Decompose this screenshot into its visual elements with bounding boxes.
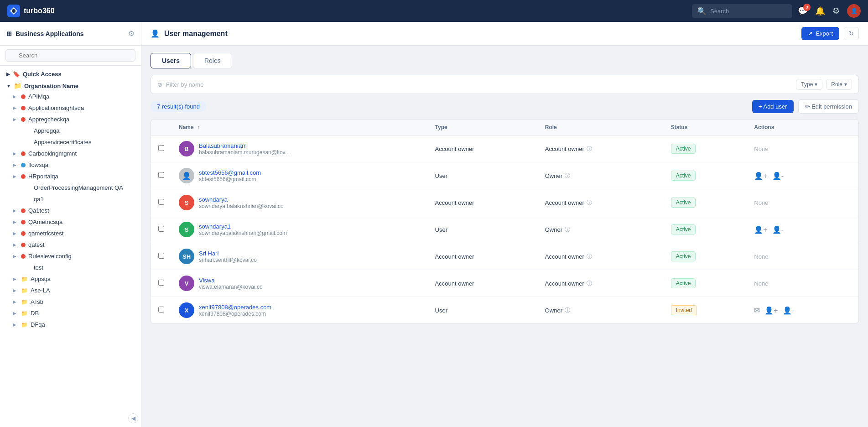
sidebar-item[interactable]: OrderProcessingManagement QA <box>0 182 141 193</box>
settings-icon[interactable]: ⚙ <box>128 29 135 38</box>
add-user-action-icon[interactable]: 👤+ <box>764 306 778 315</box>
sidebar-item[interactable]: ▶qametricstest <box>0 228 141 239</box>
table-row: VViswaviswa.elamaran@kovai.coAccount own… <box>151 270 858 297</box>
row-checkbox[interactable] <box>158 172 164 178</box>
row-checkbox[interactable] <box>158 307 164 312</box>
sidebar-item[interactable]: ▶📁Ase-LA <box>0 285 141 296</box>
row-checkbox[interactable] <box>158 199 164 205</box>
sidebar-item[interactable]: ▶📁DFqa <box>0 319 141 330</box>
remove-user-action-icon[interactable]: 👤- <box>783 306 794 315</box>
sidebar-item[interactable]: ▶📁DB <box>0 307 141 319</box>
page-title-area: 👤 User management <box>151 29 228 38</box>
sidebar-item[interactable]: ▶qatest <box>0 239 141 250</box>
sidebar-item[interactable]: ▶📁ATsb <box>0 296 141 307</box>
role-info-icon[interactable]: ⓘ <box>565 307 570 314</box>
sidebar-item[interactable]: Appregqa <box>0 125 141 136</box>
sidebar-title: ⊞ Business Applications <box>6 30 84 37</box>
sidebar-item[interactable]: ▶flowsqa <box>0 159 141 171</box>
user-status: Active <box>664 162 747 189</box>
sidebar-item[interactable]: ▶APIMqa <box>0 91 141 102</box>
row-checkbox[interactable] <box>158 253 164 259</box>
sidebar-item[interactable]: ▶Qa1test <box>0 205 141 216</box>
user-display-name[interactable]: Balasubramaniam <box>199 142 290 149</box>
user-actions: None <box>747 135 858 162</box>
type-filter-button[interactable]: Type ▾ <box>796 79 822 90</box>
tab-users[interactable]: Users <box>151 53 191 68</box>
user-display-name[interactable]: sbtest5656@gmail.com <box>199 169 261 176</box>
sidebar-item[interactable]: ▶Appregcheckqa <box>0 114 141 125</box>
user-avatar: V <box>179 276 194 291</box>
user-display-name[interactable]: sowndarya1 <box>199 223 287 230</box>
role-info-icon[interactable]: ⓘ <box>587 199 592 207</box>
sidebar-item[interactable]: ▶Carbookingmgmnt <box>0 148 141 159</box>
sidebar-item[interactable]: ▶Applicationinsightsqa <box>0 102 141 114</box>
role-info-icon[interactable]: ⓘ <box>565 226 570 234</box>
bookmark-icon: 🔖 <box>13 71 20 78</box>
row-checkbox[interactable] <box>158 226 164 232</box>
user-avatar: S <box>179 222 194 237</box>
user-actions: None <box>747 189 858 216</box>
sidebar-item[interactable]: ▶QAmetricsqa <box>0 216 141 228</box>
user-type: User <box>428 162 538 189</box>
user-type: Account owner <box>428 189 538 216</box>
user-status: Active <box>664 189 747 216</box>
org-section[interactable]: ▼ 📁 Organisation Name <box>0 79 141 91</box>
sidebar-item[interactable]: ▶Ruleslevelconfig <box>0 250 141 262</box>
role-filter-button[interactable]: Role ▾ <box>826 79 852 90</box>
app-name: turbo360 <box>24 7 55 15</box>
user-actions: 👤+👤- <box>747 162 858 189</box>
edit-permission-button[interactable]: ✏ Edit permission <box>798 99 859 114</box>
settings-button[interactable]: ⚙ <box>832 6 840 16</box>
user-name-cell: BBalasubramaniambalasubramaniam.murugesa… <box>172 135 428 162</box>
role-info-icon[interactable]: ⓘ <box>587 280 592 287</box>
sidebar-item[interactable]: test <box>0 262 141 273</box>
user-type: Account owner <box>428 270 538 297</box>
refresh-button[interactable]: ↻ <box>844 27 859 40</box>
role-info-icon[interactable]: ⓘ <box>587 253 592 260</box>
user-actions: None <box>747 243 858 270</box>
row-checkbox[interactable] <box>158 280 164 286</box>
role-info-icon[interactable]: ⓘ <box>587 145 592 153</box>
table-row: Xxenif97808@operades.comxenif97808@opera… <box>151 297 858 324</box>
user-avatar: 👤 <box>179 168 194 183</box>
role-info-icon[interactable]: ⓘ <box>565 172 570 180</box>
user-role: Owner ⓘ <box>538 216 664 243</box>
user-display-name[interactable]: Viswa <box>199 277 263 284</box>
sidebar-search-input[interactable] <box>5 49 135 62</box>
user-avatar: X <box>179 302 194 318</box>
add-user-action-icon[interactable]: 👤+ <box>754 225 767 234</box>
status-badge: Active <box>671 198 696 208</box>
notifications-button[interactable]: 🔔 <box>815 6 825 16</box>
add-user-action-icon[interactable]: 👤+ <box>754 172 767 180</box>
user-type: User <box>428 297 538 324</box>
sidebar-item[interactable]: ▶📁Appsqa <box>0 273 141 285</box>
tab-roles[interactable]: Roles <box>193 53 232 68</box>
add-user-button[interactable]: + Add user <box>752 100 794 113</box>
search-bar[interactable]: 🔍 <box>692 4 792 18</box>
avatar[interactable]: 👤 <box>847 4 861 18</box>
messages-button[interactable]: 💬 3 <box>798 6 808 16</box>
resend-invite-icon[interactable]: ✉ <box>754 306 760 315</box>
remove-user-action-icon[interactable]: 👤- <box>772 225 784 234</box>
chevron-down-icon: ▼ <box>6 83 11 89</box>
search-input[interactable] <box>710 8 787 15</box>
user-display-name[interactable]: sowndarya <box>199 196 284 203</box>
user-role: Account owner ⓘ <box>538 243 664 270</box>
user-display-name[interactable]: Sri Hari <box>199 250 257 257</box>
filter-input[interactable] <box>166 81 792 88</box>
sidebar-item[interactable]: ▶HRportalqa <box>0 171 141 182</box>
sidebar: ⊞ Business Applications ⚙ 🔍 ▶ 🔖 Quick Ac… <box>0 22 141 427</box>
app-logo[interactable]: turbo360 <box>7 5 55 17</box>
user-name-cell: Ssowndarya1sowndaryabalakrishnan@gmail.c… <box>172 216 428 243</box>
export-button[interactable]: ↗ Export <box>801 27 839 40</box>
user-display-name[interactable]: xenif97808@operades.com <box>199 304 271 311</box>
col-checkbox <box>151 120 172 135</box>
collapse-sidebar-button[interactable]: ◀ <box>128 413 138 423</box>
user-status: Active <box>664 270 747 297</box>
quick-access-section[interactable]: ▶ 🔖 Quick Access <box>0 68 141 79</box>
sidebar-item[interactable]: Appservicecertificates <box>0 136 141 148</box>
col-name: Name ↑ <box>172 120 428 135</box>
row-checkbox[interactable] <box>158 145 164 151</box>
sidebar-item[interactable]: qa1 <box>0 193 141 205</box>
remove-user-action-icon[interactable]: 👤- <box>772 172 784 180</box>
